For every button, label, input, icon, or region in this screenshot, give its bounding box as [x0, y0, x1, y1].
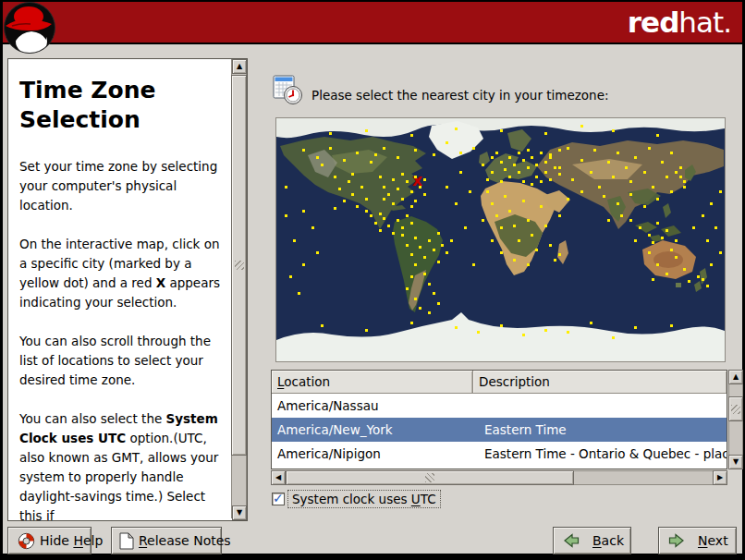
city-dot[interactable] — [329, 147, 332, 150]
city-dot[interactable] — [518, 152, 520, 154]
city-dot[interactable] — [656, 263, 659, 266]
city-dot[interactable] — [531, 234, 533, 237]
city-dot[interactable] — [406, 180, 409, 183]
city-dot[interactable] — [285, 186, 287, 189]
city-dot[interactable] — [423, 178, 426, 181]
city-dot[interactable] — [370, 161, 372, 164]
city-dot[interactable] — [379, 176, 382, 178]
city-dot[interactable] — [433, 292, 435, 295]
city-dot[interactable] — [365, 198, 368, 201]
city-dot[interactable] — [535, 249, 538, 251]
column-header-description[interactable]: Description — [473, 371, 727, 394]
city-dot[interactable] — [356, 152, 359, 154]
city-dot[interactable] — [379, 213, 382, 215]
city-dot[interactable] — [612, 336, 615, 339]
city-dot[interactable] — [527, 149, 530, 152]
city-dot[interactable] — [535, 164, 538, 166]
city-dot[interactable] — [513, 225, 516, 227]
city-dot[interactable] — [648, 147, 651, 150]
city-dot[interactable] — [410, 275, 413, 278]
city-dot[interactable] — [285, 214, 287, 217]
city-dot[interactable] — [491, 156, 494, 159]
city-dot[interactable] — [374, 153, 377, 156]
city-dot[interactable] — [558, 149, 561, 152]
city-dot[interactable] — [410, 134, 413, 137]
city-dot[interactable] — [500, 161, 503, 164]
city-dot[interactable] — [406, 244, 409, 247]
city-dot[interactable] — [433, 249, 435, 251]
city-dot[interactable] — [508, 210, 511, 213]
table-scroll-left-arrow-icon[interactable]: ◀ — [271, 470, 286, 485]
city-dot[interactable] — [383, 198, 385, 201]
city-dot[interactable] — [504, 195, 507, 198]
city-dot[interactable] — [437, 302, 440, 305]
city-dot[interactable] — [387, 193, 390, 196]
city-dot[interactable] — [612, 176, 615, 178]
city-dot[interactable] — [540, 205, 543, 208]
city-dot[interactable] — [549, 178, 552, 181]
city-dot[interactable] — [593, 149, 596, 152]
table-scroll-up-arrow-icon[interactable]: ▲ — [728, 370, 743, 384]
city-dot[interactable] — [567, 198, 569, 201]
city-dot[interactable] — [634, 239, 637, 242]
city-dot[interactable] — [590, 171, 592, 174]
city-dot[interactable] — [441, 244, 444, 247]
city-dot[interactable] — [486, 190, 489, 193]
city-dot[interactable] — [620, 214, 623, 217]
city-dot[interactable] — [558, 253, 561, 256]
city-dot[interactable] — [334, 207, 336, 210]
city-dot[interactable] — [558, 173, 561, 176]
city-dot[interactable] — [549, 153, 552, 156]
world-map[interactable]: X — [275, 117, 726, 362]
city-dot[interactable] — [661, 161, 664, 164]
city-dot[interactable] — [500, 324, 503, 327]
city-dot[interactable] — [652, 241, 654, 244]
city-dot[interactable] — [683, 186, 686, 189]
city-dot[interactable] — [710, 263, 713, 266]
city-dot[interactable] — [500, 226, 503, 229]
column-header-location[interactable]: Location — [272, 371, 473, 394]
city-dot[interactable] — [455, 326, 458, 329]
city-dot[interactable] — [661, 237, 664, 239]
city-dot[interactable] — [414, 263, 417, 266]
city-dot[interactable] — [675, 256, 678, 259]
city-dot[interactable] — [392, 178, 395, 181]
city-dot[interactable] — [603, 195, 605, 198]
help-scrollbar-thumb[interactable] — [231, 75, 247, 456]
city-dot[interactable] — [527, 219, 530, 222]
city-dot[interactable] — [446, 141, 448, 144]
city-dot[interactable] — [423, 193, 426, 196]
help-scroll-down-arrow-icon[interactable]: ▼ — [232, 505, 247, 520]
city-dot[interactable] — [706, 239, 709, 242]
city-dot[interactable] — [508, 156, 511, 159]
city-dot[interactable] — [472, 147, 475, 150]
city-dot[interactable] — [419, 186, 421, 189]
city-dot[interactable] — [702, 278, 704, 281]
city-dot[interactable] — [504, 168, 507, 171]
city-dot[interactable] — [428, 283, 431, 286]
city-dot[interactable] — [365, 210, 368, 213]
city-dot[interactable] — [414, 237, 417, 239]
city-dot[interactable] — [558, 214, 561, 217]
city-dot[interactable] — [549, 156, 552, 159]
city-dot[interactable] — [298, 292, 300, 295]
city-dot[interactable] — [629, 193, 632, 196]
city-dot[interactable] — [379, 229, 382, 232]
city-dot[interactable] — [360, 186, 363, 189]
city-dot[interactable] — [410, 205, 413, 208]
city-dot[interactable] — [666, 273, 668, 275]
city-dot[interactable] — [414, 200, 417, 202]
city-dot[interactable] — [612, 129, 615, 132]
city-dot[interactable] — [634, 156, 637, 159]
city-dot[interactable] — [383, 147, 385, 150]
city-dot[interactable] — [311, 226, 314, 229]
city-dot[interactable] — [706, 285, 709, 287]
city-dot[interactable] — [688, 280, 690, 283]
city-dot[interactable] — [491, 171, 494, 174]
city-dot[interactable] — [527, 166, 530, 169]
city-dot[interactable] — [401, 226, 404, 229]
city-dot[interactable] — [329, 132, 332, 135]
city-dot[interactable] — [679, 176, 682, 178]
city-dot[interactable] — [544, 171, 547, 174]
utc-checkbox[interactable]: ✓ — [272, 493, 285, 505]
